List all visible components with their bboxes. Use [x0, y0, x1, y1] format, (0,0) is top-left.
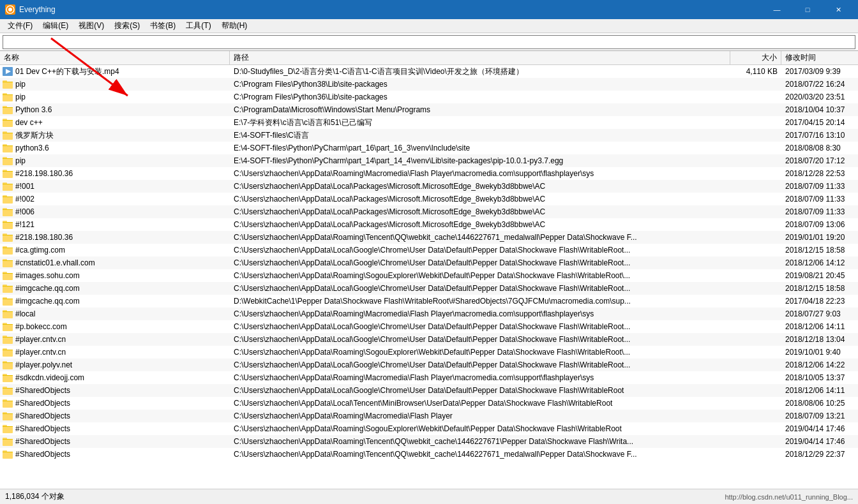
table-row[interactable]: #player.cntv.cnC:\Users\zhaochen\AppData… — [0, 346, 858, 359]
table-row[interactable]: dev c++E:\7-学科资料\c语言\c语言和51\已己编写2017/04/… — [0, 116, 858, 129]
table-row[interactable]: Python 3.6C:\ProgramData\Microsoft\Windo… — [0, 103, 858, 116]
table-row[interactable]: #!002C:\Users\zhaochen\AppData\Local\Pac… — [0, 193, 858, 205]
file-date-cell: 2018/12/15 18:58 — [781, 244, 858, 256]
file-name-cell: #imgcache.qq.com — [0, 295, 230, 308]
table-row[interactable]: #!121C:\Users\zhaochen\AppData\Local\Pac… — [0, 218, 858, 231]
file-name-text: #imgcache.qq.com — [15, 297, 80, 306]
menu-search[interactable]: 搜索(S) — [109, 19, 145, 33]
folder-icon — [3, 143, 13, 153]
svg-rect-90 — [3, 439, 13, 440]
col-name-header[interactable]: 名称 — [0, 51, 230, 64]
table-row[interactable]: #imgcache.qq.comC:\Users\zhaochen\AppDat… — [0, 282, 858, 295]
file-name-cell: #!002 — [0, 193, 230, 205]
file-list[interactable]: 01 Dev C++的下载与安装.mp4D:\0-Studyfiles_D\2-… — [0, 65, 858, 489]
table-row[interactable]: #player.polyv.netC:\Users\zhaochen\AppDa… — [0, 359, 858, 371]
file-name-text: python3.6 — [15, 144, 49, 152]
table-row[interactable]: 俄罗斯方块E:\4-SOFT-files\C语言2017/07/16 13:10 — [0, 129, 858, 142]
file-path-cell: C:\Program Files\Python38\Lib\site-packa… — [230, 78, 730, 91]
file-size-cell — [730, 410, 781, 422]
file-name-text: #SharedObjects — [15, 450, 70, 459]
col-size-header[interactable]: 大小 — [730, 51, 781, 64]
menu-view[interactable]: 视图(V) — [73, 19, 109, 33]
file-path-cell: C:\Users\zhaochen\AppData\Roaming\Macrom… — [230, 371, 730, 384]
file-size-cell — [730, 359, 781, 371]
file-name-cell: #!006 — [0, 205, 230, 218]
file-name-cell: #!121 — [0, 218, 230, 231]
file-date-cell: 2019/08/21 20:45 — [781, 269, 858, 282]
table-row[interactable]: #!006C:\Users\zhaochen\AppData\Local\Pac… — [0, 205, 858, 218]
table-row[interactable]: #SharedObjectsC:\Users\zhaochen\AppData\… — [0, 410, 858, 422]
folder-icon — [3, 92, 13, 102]
minimize-button[interactable]: — — [762, 0, 792, 19]
col-path-header[interactable]: 路径 — [230, 51, 730, 64]
file-size-cell — [730, 448, 781, 461]
file-name-cell: #!001 — [0, 180, 230, 193]
table-row[interactable]: pipC:\Program Files\Python36\Lib\site-pa… — [0, 91, 858, 103]
menu-bookmark[interactable]: 书签(B) — [145, 19, 181, 33]
search-input[interactable] — [3, 35, 855, 49]
table-row[interactable]: #SharedObjectsC:\Users\zhaochen\AppData\… — [0, 384, 858, 397]
file-name-cell: #cnstatic01.e.vhall.com — [0, 256, 230, 269]
table-row[interactable]: #SharedObjectsC:\Users\zhaochen\AppData\… — [0, 397, 858, 410]
file-size-cell — [730, 397, 781, 410]
file-date-cell: 2019/04/14 17:46 — [781, 435, 858, 448]
table-row[interactable]: pipC:\Program Files\Python38\Lib\site-pa… — [0, 78, 858, 91]
table-row[interactable]: #sdkcdn.videojj.comC:\Users\zhaochen\App… — [0, 371, 858, 384]
folder-icon — [3, 117, 13, 128]
file-date-cell: 2017/03/09 9:39 — [781, 65, 858, 78]
close-button[interactable]: ✕ — [824, 0, 853, 19]
menu-tools[interactable]: 工具(T) — [181, 19, 216, 33]
table-row[interactable]: #images.sohu.comC:\Users\zhaochen\AppDat… — [0, 269, 858, 282]
file-name-text: 01 Dev C++的下载与安装.mp4 — [15, 66, 119, 77]
folder-icon — [3, 373, 13, 383]
folder-icon — [3, 194, 13, 204]
menu-edit[interactable]: 编辑(E) — [38, 19, 73, 33]
file-name-cell: #imgcache.qq.com — [0, 282, 230, 295]
svg-rect-69 — [3, 350, 13, 350]
file-path-cell: C:\Users\zhaochen\AppData\Local\Google\C… — [230, 320, 730, 333]
table-row[interactable]: 01 Dev C++的下载与安装.mp4D:\0-Studyfiles_D\2-… — [0, 65, 858, 78]
file-name-cell: #ca.gtimg.com — [0, 244, 230, 256]
file-date-cell: 2018/07/09 13:06 — [781, 218, 858, 231]
file-name-cell: pip — [0, 78, 230, 91]
table-row[interactable]: python3.6E:\4-SOFT-files\Python\PyCharm\… — [0, 142, 858, 154]
window-controls: — □ ✕ — [762, 0, 853, 19]
file-name-text: #player.cntv.cn — [15, 348, 66, 357]
table-row[interactable]: #player.cntv.cnC:\Users\zhaochen\AppData… — [0, 333, 858, 346]
table-row[interactable]: #p.bokecc.comC:\Users\zhaochen\AppData\L… — [0, 320, 858, 333]
status-count: 1,186,034 个对象 — [5, 491, 64, 502]
file-name-cell: #player.cntv.cn — [0, 333, 230, 346]
file-name-cell: dev c++ — [0, 116, 230, 129]
file-date-cell: 2018/12/06 14:22 — [781, 359, 858, 371]
table-row[interactable]: #SharedObjectsC:\Users\zhaochen\AppData\… — [0, 448, 858, 461]
file-name-text: pip — [15, 80, 26, 89]
table-row[interactable]: #imgcache.qq.comD:\WebkitCache\1\Pepper … — [0, 295, 858, 308]
menu-help[interactable]: 帮助(H) — [216, 19, 253, 33]
table-row[interactable]: #ca.gtimg.comC:\Users\zhaochen\AppData\L… — [0, 244, 858, 256]
table-row[interactable]: #SharedObjectsC:\Users\zhaochen\AppData\… — [0, 435, 858, 448]
table-row[interactable]: pipE:\4-SOFT-files\Python\PyCharm\part_1… — [0, 154, 858, 167]
table-row[interactable]: #218.198.180.36C:\Users\zhaochen\AppData… — [0, 167, 858, 180]
table-row[interactable]: #!001C:\Users\zhaochen\AppData\Local\Pac… — [0, 180, 858, 193]
file-size-cell — [730, 91, 781, 103]
file-name-text: pip — [15, 156, 26, 165]
svg-rect-9 — [3, 94, 13, 95]
file-date-cell: 2018/07/09 13:21 — [781, 410, 858, 422]
table-row[interactable]: #localC:\Users\zhaochen\AppData\Roaming\… — [0, 308, 858, 320]
file-name-text: #SharedObjects — [15, 399, 70, 408]
table-row[interactable]: #SharedObjectsC:\Users\zhaochen\AppData\… — [0, 422, 858, 435]
table-row[interactable]: #218.198.180.36C:\Users\zhaochen\AppData… — [0, 231, 858, 244]
title-bar: Everything — □ ✕ — [0, 0, 858, 19]
file-path-cell: E:\7-学科资料\c语言\c语言和51\已己编写 — [230, 116, 730, 129]
file-date-cell: 2019/10/01 9:40 — [781, 346, 858, 359]
file-name-cell: #sdkcdn.videojj.com — [0, 371, 230, 384]
menu-file[interactable]: 文件(F) — [3, 19, 38, 33]
file-size-cell — [730, 193, 781, 205]
svg-rect-33 — [3, 196, 13, 197]
file-date-cell: 2019/04/14 17:46 — [781, 422, 858, 435]
table-row[interactable]: #cnstatic01.e.vhall.comC:\Users\zhaochen… — [0, 256, 858, 269]
maximize-button[interactable]: □ — [793, 0, 822, 19]
col-date-header[interactable]: 修改时间 — [781, 51, 858, 64]
menu-bar: 文件(F) 编辑(E) 视图(V) 搜索(S) 书签(B) 工具(T) 帮助(H… — [0, 19, 858, 33]
app-icon — [5, 4, 15, 15]
